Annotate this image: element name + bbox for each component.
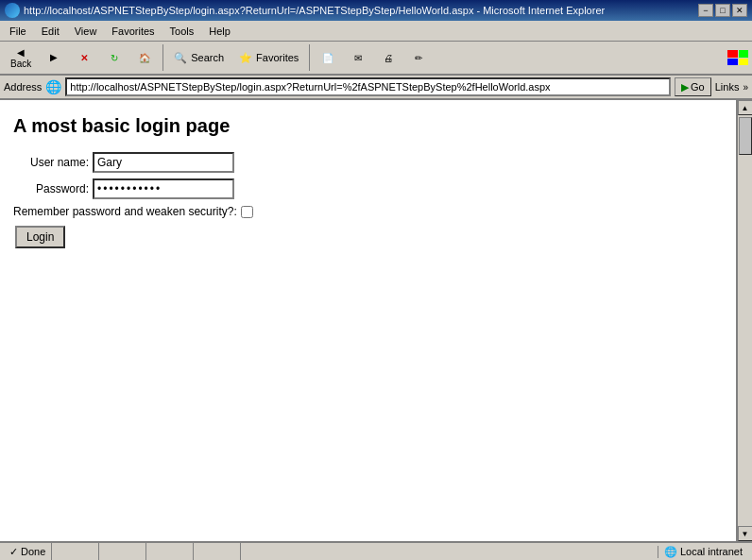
status-section-1 bbox=[52, 543, 99, 560]
status-section-2 bbox=[99, 543, 146, 560]
back-icon: ◀ bbox=[17, 47, 25, 58]
search-icon: 🔍 bbox=[174, 52, 187, 64]
remember-checkbox[interactable] bbox=[241, 206, 253, 218]
print-icon: 🖨 bbox=[384, 53, 393, 63]
scroll-down-button[interactable]: ▼ bbox=[738, 526, 753, 541]
password-input[interactable] bbox=[93, 178, 234, 199]
address-input[interactable] bbox=[65, 77, 671, 96]
go-arrow-icon: ▶ bbox=[681, 81, 689, 93]
toolbar: ◀ Back ▶ ✕ ↻ 🏠 🔍 Search ⭐ Favorites 📄 ✉ … bbox=[0, 42, 752, 76]
address-label: Address bbox=[4, 81, 42, 93]
username-input[interactable] bbox=[93, 152, 234, 173]
refresh-icon: ↻ bbox=[111, 53, 118, 63]
back-button[interactable]: ◀ Back bbox=[4, 42, 38, 73]
mail-icon: ✉ bbox=[354, 53, 362, 63]
login-button-wrapper: Login bbox=[13, 226, 723, 248]
back-label: Back bbox=[10, 59, 31, 69]
edit-icon: ✏ bbox=[415, 53, 422, 63]
intranet-icon: 🌐 bbox=[664, 546, 677, 558]
forward-button[interactable]: ▶ bbox=[40, 42, 68, 73]
refresh-button[interactable]: ↻ bbox=[100, 42, 128, 73]
home-icon: 🏠 bbox=[139, 53, 150, 63]
status-section-4 bbox=[194, 543, 241, 560]
edit-button[interactable]: ✏ bbox=[404, 42, 433, 73]
menu-view[interactable]: View bbox=[67, 24, 105, 39]
status-bar: ✓ Done 🌐 Local intranet bbox=[0, 541, 752, 560]
search-label: Search bbox=[191, 52, 224, 63]
menu-bar: File Edit View Favorites Tools Help bbox=[0, 21, 752, 42]
login-button[interactable]: Login bbox=[15, 226, 65, 248]
toolbar-separator-1 bbox=[162, 44, 163, 71]
address-bar: Address 🌐 ▶ Go Links » bbox=[0, 76, 752, 100]
print-button[interactable]: 🖨 bbox=[374, 42, 402, 73]
password-row: Password: bbox=[13, 178, 723, 199]
page-title: A most basic login page bbox=[13, 115, 723, 137]
title-bar: http://localhost/ASPNETStepByStep/login.… bbox=[0, 0, 752, 21]
scroll-thumb[interactable] bbox=[739, 117, 752, 155]
star-icon: ⭐ bbox=[239, 52, 252, 64]
menu-edit[interactable]: Edit bbox=[34, 24, 67, 39]
close-button[interactable]: ✕ bbox=[732, 4, 747, 17]
remember-row: Remember password and weaken security?: bbox=[13, 205, 723, 218]
main-content: A most basic login page User name: Passw… bbox=[0, 100, 737, 541]
stop-icon: ✕ bbox=[80, 53, 88, 63]
ie-logo-icon bbox=[5, 3, 20, 18]
favorites-label: Favorites bbox=[256, 52, 299, 63]
home-button[interactable]: 🏠 bbox=[130, 42, 159, 73]
window-title: http://localhost/ASPNETStepByStep/login.… bbox=[24, 5, 605, 16]
status-section-3 bbox=[146, 543, 194, 560]
window-controls: − □ ✕ bbox=[698, 4, 747, 17]
go-label: Go bbox=[691, 81, 705, 93]
chevron-right-icon[interactable]: » bbox=[743, 82, 748, 93]
intranet-label: Local intranet bbox=[680, 546, 743, 557]
toolbar-separator-2 bbox=[309, 44, 310, 71]
remember-label: Remember password and weaken security?: bbox=[13, 205, 237, 218]
password-label: Password: bbox=[13, 182, 89, 195]
username-label: User name: bbox=[13, 156, 89, 169]
address-icon: 🌐 bbox=[45, 79, 61, 94]
scroll-up-button[interactable]: ▲ bbox=[738, 100, 753, 115]
history-button[interactable]: 📄 bbox=[314, 42, 342, 73]
search-button[interactable]: 🔍 Search bbox=[167, 42, 231, 73]
forward-icon: ▶ bbox=[50, 52, 58, 62]
status-text: Done bbox=[21, 546, 45, 557]
menu-file[interactable]: File bbox=[2, 24, 34, 39]
mail-button[interactable]: ✉ bbox=[344, 42, 372, 73]
scroll-track[interactable] bbox=[738, 115, 752, 526]
favorites-button[interactable]: ⭐ Favorites bbox=[232, 42, 305, 73]
menu-tools[interactable]: Tools bbox=[162, 24, 202, 39]
username-row: User name: bbox=[13, 152, 723, 173]
content-wrapper: A most basic login page User name: Passw… bbox=[0, 100, 752, 541]
maximize-button[interactable]: □ bbox=[715, 4, 730, 17]
menu-favorites[interactable]: Favorites bbox=[104, 24, 162, 39]
links-label[interactable]: Links bbox=[715, 81, 740, 93]
scrollbar[interactable]: ▲ ▼ bbox=[737, 100, 752, 541]
status-done: ✓ Done bbox=[4, 543, 52, 560]
go-button[interactable]: ▶ Go bbox=[675, 77, 711, 96]
history-icon: 📄 bbox=[322, 53, 333, 63]
stop-button[interactable]: ✕ bbox=[70, 42, 98, 73]
menu-help[interactable]: Help bbox=[201, 24, 238, 39]
done-icon: ✓ bbox=[9, 546, 18, 558]
minimize-button[interactable]: − bbox=[698, 4, 713, 17]
intranet-zone: 🌐 Local intranet bbox=[658, 546, 748, 558]
windows-flag-icon bbox=[727, 50, 748, 65]
